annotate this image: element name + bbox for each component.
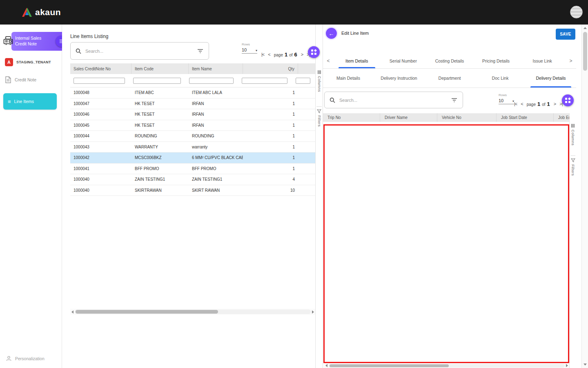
current-page: 1 — [537, 101, 540, 107]
table-row[interactable]: 1000042MCSC006BKZ6 MM² CU/PVC BLACK CABL… — [70, 153, 315, 164]
column-filter-input[interactable] — [133, 78, 180, 84]
sidebar-item-tenant[interactable]: A STAGING_TENANT — [5, 58, 51, 66]
document-icon — [5, 76, 11, 83]
grid-icon — [565, 98, 570, 103]
table-cell: 1 — [243, 166, 298, 171]
filters-label: Filters — [571, 164, 575, 176]
table-cell: 1000040 — [70, 177, 131, 182]
column-filter-input[interactable] — [242, 78, 287, 84]
table-cell: 1 — [243, 145, 298, 149]
scroll-track[interactable] — [75, 310, 311, 314]
table-cell: HK TESET — [131, 101, 189, 106]
sidebar-item-credit-note[interactable]: Credit Note — [5, 76, 36, 83]
table-row[interactable]: 1000040SKIRTRAWANSKIRT RAWAN10 — [70, 185, 315, 196]
scroll-up-icon[interactable] — [584, 27, 587, 29]
rows-label: Rows — [242, 43, 261, 46]
user-avatar[interactable] — [570, 6, 583, 18]
grid-icon — [311, 49, 316, 55]
grid-view-button[interactable] — [308, 46, 320, 58]
column-header: Driver Name — [380, 113, 437, 122]
rows-per-page-select[interactable]: 10 ▾ — [499, 98, 514, 104]
filters-panel-toggle[interactable]: Filters — [570, 158, 576, 176]
listing-horizontal-scrollbar[interactable] — [70, 309, 315, 315]
editor-horizontal-scrollbar[interactable] — [324, 363, 569, 368]
table-cell: ITEM ABC LALA — [189, 90, 243, 95]
tabs-scroll-right-icon[interactable]: > — [566, 53, 576, 68]
sidebar-item-internal-sales-credit-note[interactable]: Internal Sales Credit Note ☰ — [0, 32, 67, 51]
table-cell: 6 MM² CU/PVC BLACK CABLE 1... — [189, 155, 243, 160]
table-cell: 1000045 — [70, 123, 131, 128]
column-filter-input[interactable] — [296, 78, 310, 84]
tab-pricing-details[interactable]: Pricing Details — [473, 53, 519, 68]
tab-item-details[interactable]: Item Details — [334, 53, 380, 68]
scroll-thumb[interactable] — [583, 32, 587, 71]
table-cell: 1000046 — [70, 112, 131, 117]
back-button[interactable]: ← — [326, 28, 337, 39]
table-cell: 10 — [243, 188, 298, 193]
akaun-logo-icon — [22, 8, 32, 17]
sidebar-item-line-items[interactable]: ≡ Line Items — [3, 93, 57, 110]
scroll-right-icon[interactable] — [566, 364, 568, 367]
prev-page-button[interactable]: < — [268, 52, 270, 57]
table-cell: 1000042 — [70, 155, 131, 160]
table-row[interactable]: 1000045HK TESETIRFAN1 — [70, 120, 315, 131]
tab-delivery-instruction[interactable]: Delivery Instruction — [374, 69, 424, 88]
strip-divider — [316, 106, 322, 107]
personalization-button[interactable]: Personalization — [6, 355, 45, 361]
table-row[interactable]: 1000041BFF PROMOBFF PROMO1 — [70, 164, 315, 175]
next-page-button[interactable]: > — [554, 101, 556, 106]
table-cell: ROUNDING — [189, 134, 243, 138]
search-icon — [76, 48, 81, 54]
pdf-icon: A — [5, 58, 13, 66]
first-page-button[interactable]: |< — [514, 101, 517, 106]
scroll-down-icon[interactable] — [584, 364, 587, 366]
table-row[interactable]: 1000043WARRANTYwarranty1 — [70, 142, 315, 153]
page-vertical-scrollbar[interactable] — [581, 25, 588, 368]
listing-search-input[interactable] — [85, 48, 194, 54]
table-row[interactable]: 1000044ROUNDINGROUNDING1 — [70, 131, 315, 142]
filters-panel-toggle[interactable]: Filters — [316, 109, 323, 127]
columns-panel-toggle[interactable]: Columns — [570, 124, 576, 146]
filter-icon[interactable] — [197, 49, 203, 54]
tab-issue-link[interactable]: Issue Link — [519, 53, 566, 68]
tab-department[interactable]: Department — [424, 69, 475, 88]
table-cell: 1 — [243, 134, 298, 138]
scroll-left-icon[interactable] — [71, 310, 74, 314]
column-filter-input[interactable] — [189, 78, 234, 84]
scroll-thumb[interactable] — [76, 310, 218, 314]
table-cell: 1 — [243, 112, 298, 117]
column-filter-input[interactable] — [74, 78, 125, 84]
credit-note-label: Credit Note — [15, 77, 36, 82]
tab-costing-details[interactable]: Costing Details — [426, 53, 473, 68]
filter-cell — [292, 77, 315, 84]
tab-main-details[interactable]: Main Details — [323, 69, 374, 88]
first-page-button[interactable]: |< — [261, 52, 264, 57]
save-button[interactable]: SAVE — [556, 29, 575, 40]
scroll-thumb[interactable] — [330, 364, 449, 367]
scroll-left-icon[interactable] — [325, 364, 327, 367]
scroll-right-icon[interactable] — [312, 310, 314, 314]
prev-page-button[interactable]: < — [521, 101, 523, 106]
tab-delivery-details[interactable]: Delivery Details — [526, 69, 576, 88]
filter-icon[interactable] — [451, 98, 457, 103]
table-row[interactable]: 1000040ZAIN TESTING1ZAIN TESTING14 — [70, 174, 315, 185]
scroll-track[interactable] — [329, 364, 565, 368]
editor-side-strip: Columns Filters — [569, 113, 576, 368]
tab-serial-number[interactable]: Serial Number — [380, 53, 427, 68]
columns-label: Columns — [571, 130, 575, 146]
table-row[interactable]: 1000046HK TESETIRFAN1 — [70, 109, 315, 120]
next-page-button[interactable]: > — [301, 52, 303, 57]
editor-search-input[interactable] — [339, 97, 448, 103]
tab-doc-link[interactable]: Doc Link — [475, 69, 526, 88]
app-window: akaun Internal Sales Credit Note — [0, 0, 588, 368]
editor-search-box — [324, 92, 463, 108]
column-header: Qty — [243, 63, 298, 74]
rows-per-page-select[interactable]: 10 ▾ — [242, 47, 257, 54]
grid-view-button[interactable] — [562, 94, 574, 106]
table-cell: 1 — [243, 123, 298, 128]
table-row[interactable]: 1000048ITEM ABCITEM ABC LALA1 — [70, 88, 315, 99]
tabs-scroll-left-icon[interactable]: < — [323, 53, 334, 68]
columns-label: Columns — [317, 76, 321, 92]
table-row[interactable]: 1000047HK TESETIRFAN1 — [70, 99, 315, 110]
columns-panel-toggle[interactable]: Columns — [316, 70, 323, 92]
